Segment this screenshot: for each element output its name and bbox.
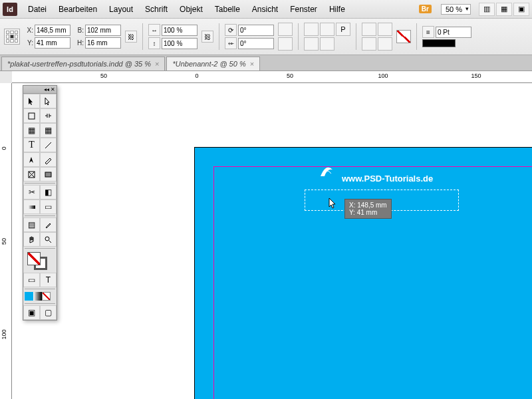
rotation-input[interactable] <box>238 25 274 36</box>
p-icon[interactable]: P <box>336 23 350 36</box>
ruler-tick: 100 <box>1 329 7 339</box>
svg-line-8 <box>49 241 51 243</box>
menu-file[interactable]: Datei <box>23 2 52 17</box>
constrain-proportions-icon[interactable]: ⛓ <box>125 31 137 43</box>
fill-none-icon[interactable] <box>396 30 411 43</box>
url-text[interactable]: www.PSD-Tutorials.de <box>342 174 433 184</box>
constrain-scale-icon[interactable]: ⛓ <box>201 31 213 43</box>
gradient-swatch-tool-icon[interactable] <box>23 200 40 214</box>
scale-x-icon: ↔ <box>148 24 160 36</box>
screen-mode-icon[interactable]: ▥ <box>479 3 495 16</box>
document-tab-2[interactable]: *Unbenannt-2 @ 50 % × <box>166 57 260 70</box>
menu-layout[interactable]: Layout <box>104 2 138 17</box>
canvas[interactable]: www.PSD-Tutorials.de X: 148,5 mm Y: 41 m… <box>12 83 532 399</box>
apply-gradient-icon[interactable] <box>33 292 42 301</box>
svg-rect-6 <box>28 205 35 209</box>
ruler-tick: 50 <box>287 72 293 79</box>
bridge-icon[interactable]: Br <box>419 5 432 13</box>
fill-stroke-swatch[interactable] <box>23 250 57 273</box>
logo-graphic[interactable] <box>318 162 335 182</box>
gap-tool-icon[interactable] <box>40 108 57 123</box>
y-label: Y: <box>24 39 33 47</box>
line-tool-icon[interactable] <box>40 138 57 152</box>
note-tool-icon[interactable]: ▤ <box>23 217 40 232</box>
reference-point-selector[interactable] <box>4 29 20 45</box>
tools-panel[interactable]: ◂◂ ✕ ▦ ▦ T ✂ ◧ ▭ ▤ ▭ T <box>23 85 57 321</box>
rotate-ccw-icon[interactable] <box>278 37 293 51</box>
tab-close-icon[interactable]: × <box>155 60 159 68</box>
y-input[interactable] <box>35 37 70 49</box>
scissors-tool-icon[interactable]: ✂ <box>23 185 40 200</box>
ruler-tick: 50 <box>1 238 7 245</box>
rectangle-tool-icon[interactable] <box>40 167 57 182</box>
menu-view[interactable]: Ansicht <box>247 2 283 17</box>
page-tool-icon[interactable] <box>23 108 40 123</box>
scale-y-input[interactable] <box>162 38 198 49</box>
horizontal-ruler[interactable]: 50 0 50 100 150 200 <box>12 71 532 83</box>
zoom-level-input[interactable]: 50 % <box>441 4 471 15</box>
align-4-icon[interactable] <box>378 37 392 51</box>
shear-input[interactable] <box>238 38 274 49</box>
menu-type[interactable]: Schrift <box>140 2 173 17</box>
shear-icon: ⬰ <box>225 37 237 49</box>
svg-rect-2 <box>29 172 35 178</box>
apply-color-icon[interactable] <box>25 292 33 301</box>
tab-label: *plakat-usertreffen-psdtutorials.indd @ … <box>7 60 151 68</box>
stroke-style-swatch[interactable] <box>422 39 456 47</box>
h-label: H: <box>74 39 84 47</box>
select-content-icon[interactable] <box>320 37 334 51</box>
apply-none-icon[interactable] <box>42 292 51 301</box>
direct-selection-tool-icon[interactable] <box>40 94 57 108</box>
select-container-icon[interactable] <box>304 37 319 51</box>
flip-v-icon[interactable] <box>320 23 334 36</box>
zoom-tool-icon[interactable] <box>40 232 57 247</box>
scale-y-icon: ↕ <box>148 37 160 49</box>
gradient-feather-tool-icon[interactable]: ▭ <box>40 200 57 214</box>
ruler-tick: 150 <box>471 72 481 79</box>
ruler-tick: 0 <box>1 146 7 150</box>
panel-collapse-icon[interactable]: ◂◂ ✕ <box>23 86 57 94</box>
menu-window[interactable]: Fenster <box>285 2 323 17</box>
menu-table[interactable]: Tabelle <box>209 2 245 17</box>
view-mode-preview-icon[interactable]: ▢ <box>40 305 57 320</box>
page[interactable] <box>194 147 532 399</box>
vertical-ruler[interactable]: 0 50 100 <box>0 83 12 399</box>
app-logo: Id <box>3 3 17 16</box>
view-mode-normal-icon[interactable]: ▣ <box>23 305 40 320</box>
menu-object[interactable]: Objekt <box>174 2 208 17</box>
rectangle-frame-tool-icon[interactable] <box>23 167 40 182</box>
h-input[interactable] <box>85 37 121 49</box>
tooltip-y: Y: 41 mm <box>349 209 387 216</box>
formatting-text-icon[interactable]: T <box>40 273 57 287</box>
rotate-cw-icon[interactable] <box>278 23 293 36</box>
scale-x-input[interactable] <box>162 25 198 36</box>
svg-rect-0 <box>29 113 35 119</box>
control-bar: X: Y: B: H: ⛓ ↔ ↕ ⛓ ⟳ <box>0 19 532 55</box>
content-placer-icon[interactable]: ▦ <box>40 123 57 138</box>
flip-h-icon[interactable] <box>304 23 319 36</box>
menu-help[interactable]: Hilfe <box>324 2 350 17</box>
menu-edit[interactable]: Bearbeiten <box>53 2 102 17</box>
pencil-tool-icon[interactable] <box>40 152 57 167</box>
workspace-switcher-icon[interactable]: ▣ <box>513 3 529 16</box>
type-tool-icon[interactable]: T <box>23 138 40 152</box>
hand-tool-icon[interactable] <box>23 232 40 247</box>
arrange-docs-icon[interactable]: ▦ <box>496 3 512 16</box>
align-2-icon[interactable] <box>378 23 392 36</box>
eyedropper-tool-icon[interactable] <box>40 217 57 232</box>
w-input[interactable] <box>85 25 121 36</box>
align-1-icon[interactable] <box>362 23 376 36</box>
tab-close-icon[interactable]: × <box>250 60 254 68</box>
pen-tool-icon[interactable] <box>23 152 40 167</box>
x-input[interactable] <box>35 25 70 36</box>
content-collector-icon[interactable]: ▦ <box>23 123 40 138</box>
rotation-icon: ⟳ <box>225 24 237 36</box>
free-transform-tool-icon[interactable]: ◧ <box>40 185 57 200</box>
stroke-weight-input[interactable] <box>436 27 471 38</box>
svg-line-4 <box>29 172 35 178</box>
formatting-container-icon[interactable]: ▭ <box>23 273 40 287</box>
align-3-icon[interactable] <box>362 37 376 51</box>
workspace: 50 0 50 100 150 200 0 50 100 www.PSD-Tut… <box>0 71 532 399</box>
selection-tool-icon[interactable] <box>23 94 40 108</box>
document-tab-1[interactable]: *plakat-usertreffen-psdtutorials.indd @ … <box>1 57 165 70</box>
